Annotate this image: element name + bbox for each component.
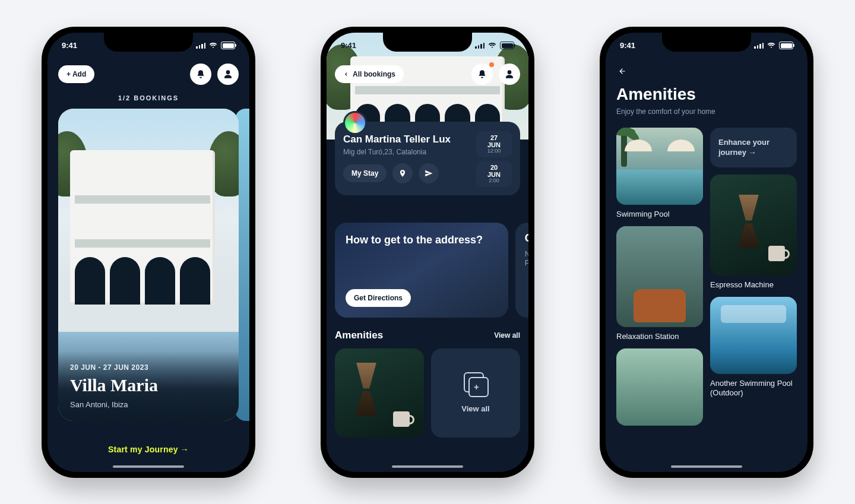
booking-location: San Antoni, Ibiza [70, 400, 227, 409]
cellular-icon [475, 43, 484, 49]
bell-icon [477, 69, 487, 79]
coffee-maker-illustration [352, 363, 381, 416]
person-icon [223, 69, 233, 79]
amenity-photo [616, 128, 703, 205]
three-phone-mockup: 9:41 + Add [0, 0, 855, 504]
battery-icon [779, 42, 793, 49]
view-all-label: View all [461, 404, 489, 413]
stack-plus-icon: + [464, 372, 487, 396]
status-time: 9:41 [341, 41, 356, 50]
arrow-left-icon [343, 71, 349, 77]
notifications-button[interactable] [471, 64, 493, 85]
amenity-label: Espresso Machine [710, 280, 797, 290]
device-notch [104, 33, 193, 52]
wifi-icon [209, 43, 217, 49]
share-button[interactable] [419, 163, 439, 183]
back-label: All bookings [353, 70, 395, 78]
person-icon [505, 69, 514, 79]
directions-card[interactable]: How to get to the address? Get Direction… [335, 223, 508, 318]
info-card-peek[interactable]: C N Pa [515, 223, 528, 318]
phone-amenities: 9:41 Amenities Enjoy the comfort of your… [600, 27, 813, 478]
amenity-tile[interactable]: Another Swimming Pool (Outdoor) [710, 297, 797, 398]
page-subtitle: Enjoy the comfort of your home [616, 107, 797, 116]
amenity-label: Another Swimming Pool (Outdoor) [710, 379, 797, 398]
amenity-tile[interactable]: Swimming Pool [616, 128, 703, 219]
bookings-counter: 1/2 BOOKINGS [48, 94, 249, 102]
status-time: 9:41 [62, 41, 77, 50]
amenity-photo [710, 297, 797, 374]
start-journey-link[interactable]: Start my Journey → [48, 445, 249, 454]
battery-icon [500, 42, 514, 49]
property-address: Mig del Turó,23, Catalonia [343, 148, 470, 156]
booking-dates: 20 JUN - 27 JUN 2023 [70, 363, 227, 372]
booking-card[interactable]: 20 JUN - 27 JUN 2023 Villa Maria San Ant… [58, 109, 239, 421]
amenity-tile-espresso[interactable] [335, 348, 424, 438]
profile-button[interactable] [217, 64, 239, 85]
add-button[interactable]: + Add [58, 65, 94, 83]
phone-stay-detail: 9:41 All bookings [321, 27, 534, 478]
profile-button[interactable] [499, 64, 520, 85]
send-icon [425, 169, 433, 177]
amenity-label: Relaxation Station [616, 332, 703, 341]
home-indicator [113, 465, 184, 468]
wifi-icon [488, 43, 496, 49]
cellular-icon [754, 43, 764, 49]
map-pin-button[interactable] [392, 163, 413, 183]
device-notch [662, 33, 751, 52]
status-time: 9:41 [620, 41, 635, 50]
enhance-journey-card[interactable]: Enhance your journey → [710, 128, 797, 167]
checkout-datebox: 20 JUN 2:00 [476, 161, 512, 187]
property-name: Can Martina Teller Lux [343, 134, 470, 145]
checkin-datebox: 27 JUN 12:00 [476, 131, 512, 157]
cellular-icon [196, 43, 205, 49]
directions-title: How to get to the address? [346, 233, 498, 247]
my-stay-button[interactable]: My Stay [343, 164, 387, 182]
host-avatar[interactable] [343, 111, 367, 135]
amenity-tile[interactable]: Relaxation Station [616, 226, 703, 341]
amenity-view-all-tile[interactable]: + View all [431, 348, 520, 438]
amenity-tile[interactable]: Espresso Machine [710, 175, 797, 290]
phone-bookings: 9:41 + Add [42, 27, 255, 478]
home-indicator [671, 465, 742, 468]
page-title: Amenities [616, 85, 797, 104]
amenities-heading: Amenities [335, 329, 383, 341]
back-all-bookings-button[interactable]: All bookings [335, 65, 404, 83]
wifi-icon [767, 43, 775, 49]
amenity-photo [710, 175, 797, 275]
home-indicator [392, 465, 463, 468]
device-notch [383, 33, 472, 52]
add-button-label: + Add [66, 70, 86, 78]
amenity-photo [616, 348, 703, 426]
amenity-tile[interactable] [616, 348, 703, 426]
get-directions-button[interactable]: Get Directions [346, 289, 411, 307]
notification-dot [489, 62, 494, 67]
battery-icon [221, 42, 235, 49]
amenity-photo [616, 226, 703, 327]
amenity-label: Swimming Pool [616, 210, 703, 219]
stay-summary-card: Can Martina Teller Lux Mig del Turó,23, … [335, 122, 520, 195]
arrow-left-icon [616, 67, 628, 75]
back-button[interactable] [616, 67, 628, 75]
mug-illustration [393, 411, 410, 427]
bell-icon [196, 69, 205, 79]
map-pin-icon [398, 169, 407, 177]
booking-title: Villa Maria [70, 375, 227, 395]
view-all-link[interactable]: View all [494, 331, 520, 340]
notifications-button[interactable] [190, 64, 211, 85]
